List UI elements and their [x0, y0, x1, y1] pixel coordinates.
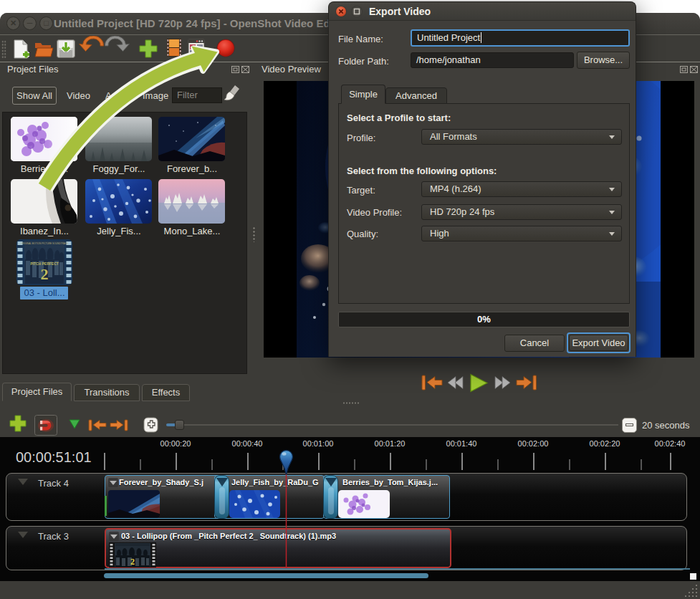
svg-text:2: 2	[130, 557, 135, 567]
